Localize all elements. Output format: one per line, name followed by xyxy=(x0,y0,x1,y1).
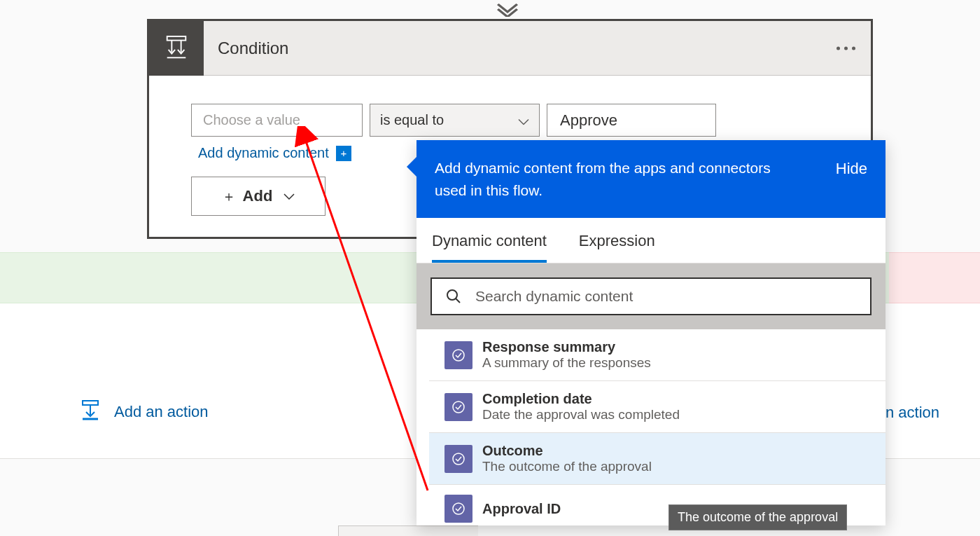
popover-tabs: Dynamic content Expression xyxy=(416,218,886,263)
approval-icon xyxy=(444,341,472,369)
tab-dynamic-content[interactable]: Dynamic content xyxy=(432,232,547,263)
compare-value-text: Approve xyxy=(560,111,617,130)
tab-expression[interactable]: Expression xyxy=(579,232,655,263)
add-button[interactable]: ＋ Add xyxy=(191,177,326,216)
approval-icon xyxy=(444,495,472,523)
popover-message: Add dynamic content from the apps and co… xyxy=(435,157,799,201)
add-dynamic-content-link[interactable]: Add dynamic content xyxy=(198,145,329,161)
plus-icon: ＋ xyxy=(222,187,236,206)
item-title: Outcome xyxy=(482,443,652,459)
search-input[interactable] xyxy=(475,288,856,305)
search-box[interactable] xyxy=(430,277,872,315)
condition-icon xyxy=(149,21,204,76)
chevron-down-icon xyxy=(284,190,295,202)
popover-header: Add dynamic content from the apps and co… xyxy=(416,140,886,218)
approval-icon xyxy=(444,393,472,421)
condition-title: Condition xyxy=(218,39,288,58)
compare-value-input[interactable]: Approve xyxy=(547,104,716,137)
approval-icon xyxy=(444,445,472,473)
tooltip: The outcome of the approval xyxy=(668,504,847,530)
more-menu-button[interactable] xyxy=(836,46,855,50)
no-branch-band xyxy=(889,252,980,303)
dynamic-content-list: Response summary A summary of the respon… xyxy=(416,329,886,525)
item-desc: A summary of the responses xyxy=(482,355,651,371)
list-item[interactable]: Response summary A summary of the respon… xyxy=(429,329,886,381)
add-button-label: Add xyxy=(243,187,273,205)
item-title: Response summary xyxy=(482,339,651,355)
chevron-down-icon xyxy=(518,112,529,128)
svg-point-7 xyxy=(447,290,457,300)
item-title: Approval ID xyxy=(482,501,561,517)
svg-point-10 xyxy=(453,401,464,413)
search-icon xyxy=(446,289,461,304)
add-dynamic-plus-button[interactable]: + xyxy=(336,146,351,161)
add-action-icon xyxy=(79,399,102,425)
condition-header[interactable]: Condition xyxy=(149,21,871,76)
add-action-no-button[interactable]: an action xyxy=(877,404,939,422)
svg-point-11 xyxy=(453,453,464,465)
popover-hide-button[interactable]: Hide xyxy=(836,157,867,178)
add-action-yes-label: Add an action xyxy=(114,403,209,421)
list-item[interactable]: Outcome The outcome of the approval xyxy=(429,433,886,485)
item-title: Completion date xyxy=(482,391,680,407)
svg-point-12 xyxy=(453,503,464,514)
choose-value-input[interactable] xyxy=(191,104,363,137)
dynamic-content-popover: Add dynamic content from the apps and co… xyxy=(416,140,886,525)
card-shelf xyxy=(338,525,478,536)
add-action-yes-button[interactable]: Add an action xyxy=(79,399,209,425)
svg-rect-0 xyxy=(167,36,186,40)
svg-rect-4 xyxy=(83,401,98,405)
callout-beak xyxy=(407,157,416,177)
svg-point-9 xyxy=(453,350,464,361)
operator-select[interactable]: is equal to xyxy=(370,104,540,137)
item-desc: Date the approval was completed xyxy=(482,407,680,422)
search-wrap xyxy=(416,263,886,329)
list-item[interactable]: Completion date Date the approval was co… xyxy=(429,381,886,433)
operator-value: is equal to xyxy=(380,112,444,128)
svg-line-8 xyxy=(456,298,460,303)
item-desc: The outcome of the approval xyxy=(482,459,652,474)
